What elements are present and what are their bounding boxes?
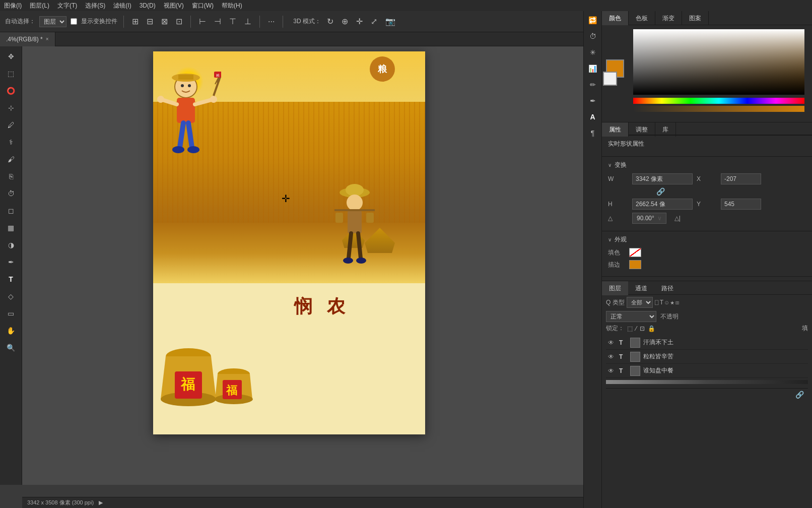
svg-line-28 <box>358 233 361 258</box>
h-value[interactable]: 2662.54 像 <box>632 199 693 210</box>
lock-pos-icon[interactable]: ⬚ <box>627 325 633 332</box>
layer-vis-1[interactable]: 👁 <box>608 353 616 360</box>
menu-window[interactable]: 窗口(W) <box>192 2 214 10</box>
select-tool-button[interactable]: ⬚ <box>2 66 20 82</box>
align-distribute-v-button[interactable]: ⊥ <box>242 16 253 27</box>
align-top-button[interactable]: ⊢ <box>197 16 208 27</box>
3d-rotate-button[interactable]: ↻ <box>325 16 335 27</box>
zoom-tool-button[interactable]: 🔍 <box>2 340 20 356</box>
menu-text[interactable]: 文字(T) <box>57 2 77 10</box>
menu-help[interactable]: 帮助(H) <box>222 2 242 10</box>
angle-dropdown-icon[interactable]: ∨ <box>657 215 662 222</box>
layer-type-select[interactable]: 全部 <box>627 297 653 308</box>
text-tool-button[interactable]: T <box>2 271 20 287</box>
alpha-slider[interactable] <box>633 106 804 112</box>
3d-slide-button[interactable]: ⤢ <box>369 16 379 27</box>
brush-tool-button[interactable]: 🖌 <box>2 151 20 167</box>
tab-layers[interactable]: 图层 <box>602 281 628 295</box>
layer-item-0[interactable]: 👁 T 汗滴禾下土 <box>606 336 808 350</box>
clone-tool-button[interactable]: ⎘ <box>2 168 20 184</box>
transform-collapse-icon[interactable]: ∨ <box>608 162 612 168</box>
layer-color-strip <box>606 380 808 384</box>
lock-all-icon[interactable]: 🔒 <box>648 325 655 332</box>
stroke-swatch[interactable] <box>629 260 641 269</box>
transform-header: ∨ 变换 <box>608 161 806 169</box>
dodge-tool-button[interactable]: ◑ <box>2 237 20 253</box>
blend-mode-select[interactable]: 正常 <box>606 311 656 322</box>
y-value[interactable]: 545 <box>721 199 761 210</box>
tab-library[interactable]: 库 <box>655 122 676 137</box>
tab-pattern[interactable]: 图案 <box>682 11 709 25</box>
align-distribute-button[interactable]: ⊡ <box>174 16 184 27</box>
tab-color[interactable]: 颜色 <box>602 11 629 25</box>
tab-adjustments[interactable]: 调整 <box>629 122 655 137</box>
hand-tool-button[interactable]: ✋ <box>2 323 20 339</box>
align-middle-v-button[interactable]: ⊣ <box>212 16 223 27</box>
right-icon-1[interactable]: 🔁 <box>586 13 600 27</box>
layer-vis-2[interactable]: 👁 <box>608 367 616 374</box>
tab-swatches[interactable]: 色板 <box>629 11 655 25</box>
lock-paint-icon[interactable]: ⊡ <box>640 325 645 332</box>
eraser-tool-button[interactable]: ◻ <box>2 203 20 219</box>
right-icon-7[interactable]: A <box>586 110 600 124</box>
crop-tool-button[interactable]: ⊹ <box>2 100 20 116</box>
right-icon-8[interactable]: ¶ <box>586 126 600 140</box>
layer-bottom-icons: 🔗 <box>606 388 808 401</box>
lasso-tool-button[interactable]: ⭕ <box>2 83 20 99</box>
tab-channels[interactable]: 通道 <box>628 281 654 295</box>
menu-filter[interactable]: 滤镜(I) <box>113 2 131 10</box>
eyedropper-tool-button[interactable]: 🖊 <box>2 117 20 133</box>
angle-value[interactable]: 90.00° ∨ <box>632 213 666 224</box>
appearance-collapse-icon[interactable]: ∨ <box>608 237 612 242</box>
hue-slider[interactable] <box>633 98 804 104</box>
menu-3d[interactable]: 3D(D) <box>140 2 156 9</box>
w-value[interactable]: 3342 像素 <box>632 173 693 184</box>
lock-pixel-icon[interactable]: ∕ <box>636 325 637 332</box>
right-icon-6[interactable]: ✒ <box>586 94 600 108</box>
layer-item-1[interactable]: 👁 T 粒粒皆辛苦 <box>606 350 808 364</box>
pen-tool-button[interactable]: ✒ <box>2 254 20 270</box>
auto-select-dropdown[interactable]: 图层 <box>39 16 66 27</box>
layer-vis-0[interactable]: 👁 <box>608 339 616 346</box>
3d-scale-button[interactable]: 📷 <box>383 16 397 27</box>
tab-properties[interactable]: 属性 <box>602 122 629 137</box>
background-swatch[interactable] <box>603 72 617 86</box>
fill-swatch[interactable] <box>629 248 641 257</box>
align-center-h-button[interactable]: ⊟ <box>145 16 155 27</box>
tab-paths[interactable]: 路径 <box>654 281 681 295</box>
layers-toolbar: Q 类型 全部 ⎕ T ⊙ ★ ⊞ <box>606 297 808 308</box>
right-icon-4[interactable]: 📊 <box>586 61 600 76</box>
tab-gradient[interactable]: 渐变 <box>655 11 682 25</box>
right-icon-5[interactable]: ✏ <box>586 78 600 92</box>
align-bottom-button[interactable]: ⊤ <box>227 16 238 27</box>
history-tool-button[interactable]: ⏱ <box>2 185 20 202</box>
document-tab[interactable]: .4%(RGB/8) * × <box>0 32 55 46</box>
menu-layer[interactable]: 图层(L) <box>30 2 49 10</box>
3d-pan-button[interactable]: ✛ <box>354 16 365 27</box>
show-transform-checkbox[interactable] <box>71 18 77 25</box>
layer-link-button[interactable]: 🔗 <box>795 391 804 399</box>
menu-image[interactable]: 图像(I) <box>4 2 22 10</box>
right-icon-3[interactable]: ✳ <box>586 45 600 59</box>
tab-filename: .4%(RGB/8) * <box>6 36 43 43</box>
divider-1 <box>123 16 124 28</box>
menu-view[interactable]: 视图(V) <box>164 2 184 10</box>
align-right-button[interactable]: ⊠ <box>159 16 170 27</box>
status-bar: 3342 x 3508 像素 (300 ppi) ▶ <box>22 497 606 508</box>
align-left-button[interactable]: ⊞ <box>130 16 141 27</box>
tab-close-button[interactable]: × <box>46 36 49 42</box>
farmer-pole <box>334 182 375 283</box>
color-gradient-picker[interactable] <box>633 29 804 95</box>
more-options-button[interactable]: ··· <box>266 16 277 27</box>
x-value[interactable]: -207 <box>721 173 761 184</box>
heal-tool-button[interactable]: ⚕ <box>2 134 20 150</box>
gradient-tool-button[interactable]: ▦ <box>2 220 20 236</box>
3d-orbit-button[interactable]: ⊕ <box>340 16 350 27</box>
layer-item-2[interactable]: 👁 T 谁知盘中餐 <box>606 364 808 378</box>
right-icon-2[interactable]: ⏱ <box>586 29 600 43</box>
move-tool-button[interactable]: ✥ <box>2 48 20 65</box>
proportional-link-icon[interactable]: 🔗 <box>656 187 665 196</box>
path-tool-button[interactable]: ◇ <box>2 288 20 304</box>
shape-tool-button[interactable]: ▭ <box>2 305 20 322</box>
menu-select[interactable]: 选择(S) <box>85 2 105 10</box>
